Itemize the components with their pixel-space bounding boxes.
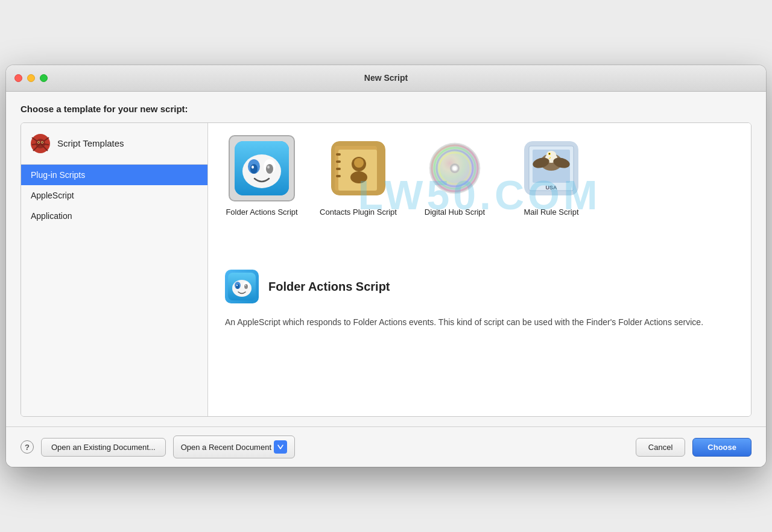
minimize-button[interactable]	[27, 74, 35, 82]
footer: ? Open an Existing Document... Open a Re…	[6, 426, 766, 467]
sidebar-items-list: Plug-in Scripts AppleScript Application	[21, 165, 207, 226]
svg-point-57	[244, 284, 248, 289]
mail-rule-icon: USA	[524, 141, 578, 195]
main-panel: Script Templates Plug-in Scripts AppleSc…	[21, 122, 751, 417]
close-button[interactable]	[14, 74, 22, 82]
templates-area: Folder Actions Script	[208, 123, 751, 255]
svg-text:USA: USA	[545, 185, 557, 191]
detail-title: Folder Actions Script	[268, 280, 390, 294]
svg-point-39	[453, 166, 457, 170]
svg-point-11	[42, 142, 43, 143]
svg-point-28	[354, 158, 364, 168]
svg-rect-26	[336, 175, 341, 177]
digital-hub-icon-wrapper	[422, 135, 488, 201]
sidebar: Script Templates Plug-in Scripts AppleSc…	[21, 123, 208, 416]
template-digital-hub[interactable]: Digital Hub Script	[416, 135, 494, 218]
svg-point-49	[549, 153, 550, 154]
open-recent-dropdown-arrow[interactable]	[274, 440, 287, 454]
sidebar-item-plugin-scripts[interactable]: Plug-in Scripts	[21, 165, 207, 185]
detail-icon	[225, 270, 259, 303]
window-title: New Script	[364, 73, 408, 83]
detail-finder-icon	[228, 273, 256, 300]
folder-actions-label: Folder Actions Script	[226, 207, 297, 218]
mail-svg: USA	[524, 141, 578, 195]
detail-header: Folder Actions Script	[225, 270, 734, 303]
sidebar-header-label: Script Templates	[57, 138, 124, 148]
window-controls	[14, 74, 48, 82]
svg-point-55	[236, 285, 238, 286]
svg-point-52	[232, 280, 252, 297]
right-panel: Folder Actions Script	[208, 123, 751, 416]
svg-point-13	[242, 154, 281, 188]
dialog-header: Choose a template for your new script:	[21, 104, 751, 114]
template-mail-rule[interactable]: USA Mail Rule Script	[512, 135, 590, 218]
svg-rect-24	[336, 160, 341, 163]
mail-rule-icon-wrapper: USA	[518, 135, 584, 201]
finder-svg	[235, 141, 289, 195]
open-recent-button[interactable]: Open a Recent Document	[173, 435, 295, 458]
folder-actions-icon	[235, 141, 289, 195]
svg-point-16	[252, 165, 254, 168]
cancel-button[interactable]: Cancel	[636, 438, 685, 457]
titlebar: New Script	[6, 65, 766, 92]
detail-description: An AppleScript which responds to Folder …	[225, 315, 734, 329]
sidebar-item-application[interactable]: Application	[21, 206, 207, 226]
sidebar-item-applescript[interactable]: AppleScript	[21, 185, 207, 206]
content-area: Choose a template for your new script:	[6, 92, 766, 426]
contacts-svg	[331, 141, 385, 195]
script-templates-icon	[30, 133, 51, 154]
mail-rule-label: Mail Rule Script	[524, 207, 578, 218]
sidebar-header: Script Templates	[21, 123, 207, 165]
digital-hub-icon	[428, 141, 482, 195]
svg-rect-25	[336, 168, 341, 170]
folder-actions-icon-wrapper	[229, 135, 295, 201]
svg-rect-23	[336, 153, 341, 156]
template-contacts-plugin[interactable]: Contacts Plugin Script	[319, 135, 397, 218]
help-button[interactable]: ?	[21, 440, 34, 454]
svg-point-19	[267, 165, 270, 168]
detail-panel: Folder Actions Script An AppleScript whi…	[208, 255, 751, 416]
svg-point-29	[350, 171, 367, 183]
digital-hub-label: Digital Hub Script	[425, 207, 485, 218]
contacts-plugin-label: Contacts Plugin Script	[320, 207, 397, 218]
open-existing-button[interactable]: Open an Existing Document...	[41, 438, 166, 457]
contacts-icon	[331, 141, 385, 195]
choose-button[interactable]: Choose	[692, 438, 751, 457]
svg-point-54	[236, 284, 239, 289]
svg-point-15	[250, 164, 258, 174]
cd-svg	[428, 141, 482, 195]
svg-point-58	[245, 285, 246, 286]
svg-point-45	[546, 151, 556, 158]
svg-point-10	[38, 142, 39, 143]
contacts-icon-wrapper	[325, 135, 391, 201]
maximize-button[interactable]	[40, 74, 48, 82]
template-folder-actions[interactable]: Folder Actions Script	[223, 135, 301, 218]
svg-point-18	[266, 164, 273, 174]
chevron-down-icon	[277, 445, 283, 449]
main-window: New Script Choose a template for your ne…	[6, 65, 766, 467]
templates-grid: Folder Actions Script	[208, 123, 751, 255]
